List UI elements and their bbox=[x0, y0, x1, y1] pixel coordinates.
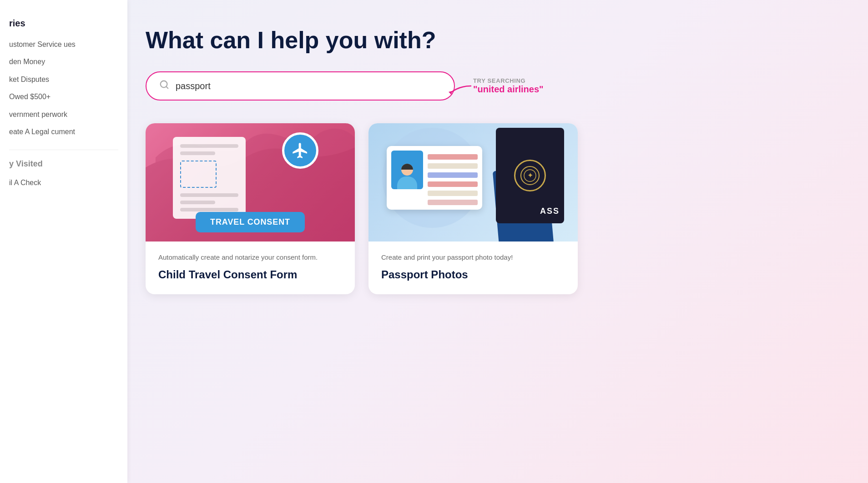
card-travel-description: Automatically create and notarize your c… bbox=[158, 252, 342, 263]
main-content: What can I help you with? TRY SEARCHING … bbox=[0, 0, 868, 483]
card-passport-body: Create and print your passport photo tod… bbox=[368, 241, 578, 294]
card-travel-title: Child Travel Consent Form bbox=[158, 267, 342, 282]
sidebar-item-customer-service[interactable]: ustomer Service ues bbox=[9, 36, 118, 53]
page-title: What can I help you with? bbox=[146, 27, 841, 53]
passport-illustration: 🦅 ✦ ASS bbox=[368, 123, 578, 241]
svg-text:✦: ✦ bbox=[527, 171, 533, 179]
arrow-icon bbox=[446, 84, 473, 101]
travel-illustration: TRAVEL CONSENT bbox=[146, 123, 355, 241]
sidebar-divider bbox=[9, 150, 118, 150]
svg-line-1 bbox=[166, 86, 168, 88]
cards-grid: TRAVEL CONSENT Automatically create and … bbox=[146, 123, 578, 294]
sidebar-item-market-disputes[interactable]: ket Disputes bbox=[9, 71, 118, 88]
try-searching-hint: TRY SEARCHING "united airlines" bbox=[473, 77, 544, 95]
sidebar-item-legal-document[interactable]: eate A Legal cument bbox=[9, 123, 118, 141]
travel-consent-badge: TRAVEL CONSENT bbox=[196, 212, 305, 232]
passport-seal: ✦ bbox=[514, 160, 546, 191]
svg-marker-2 bbox=[449, 91, 452, 95]
card-passport-description: Create and print your passport photo tod… bbox=[381, 252, 565, 263]
plane-icon bbox=[282, 132, 318, 169]
sidebar-recently-visited-title: y Visited bbox=[9, 159, 118, 169]
card-travel-consent[interactable]: TRAVEL CONSENT Automatically create and … bbox=[146, 123, 355, 294]
dark-passport-book: ✦ ASS bbox=[496, 128, 564, 223]
sidebar-item-government-paperwork[interactable]: vernment perwork bbox=[9, 106, 118, 123]
try-searching-value: "united airlines" bbox=[473, 84, 544, 95]
sidebar: ries ustomer Service ues den Money ket D… bbox=[0, 0, 127, 483]
sidebar-item-owed-money[interactable]: Owed $500+ bbox=[9, 88, 118, 106]
card-travel-body: Automatically create and notarize your c… bbox=[146, 241, 355, 294]
card-passport-photos[interactable]: 🦅 ✦ ASS bbox=[368, 123, 578, 294]
search-icon bbox=[159, 80, 169, 92]
document-shape bbox=[173, 137, 246, 219]
passport-id-card bbox=[387, 146, 482, 210]
id-photo-area bbox=[391, 151, 423, 189]
sidebar-item-hidden-money[interactable]: den Money bbox=[9, 53, 118, 70]
card-passport-title: Passport Photos bbox=[381, 267, 565, 282]
sidebar-section-title: ries bbox=[9, 18, 118, 29]
sidebar-item-mail-check[interactable]: il A Check bbox=[9, 174, 118, 191]
search-input[interactable] bbox=[176, 81, 441, 91]
card-passport-image: 🦅 ✦ ASS bbox=[368, 123, 578, 241]
id-lines-area bbox=[428, 151, 478, 205]
search-bar bbox=[146, 71, 455, 101]
search-container: TRY SEARCHING "united airlines" bbox=[146, 71, 841, 101]
try-searching-label: TRY SEARCHING bbox=[473, 77, 525, 84]
card-travel-image: TRAVEL CONSENT bbox=[146, 123, 355, 241]
